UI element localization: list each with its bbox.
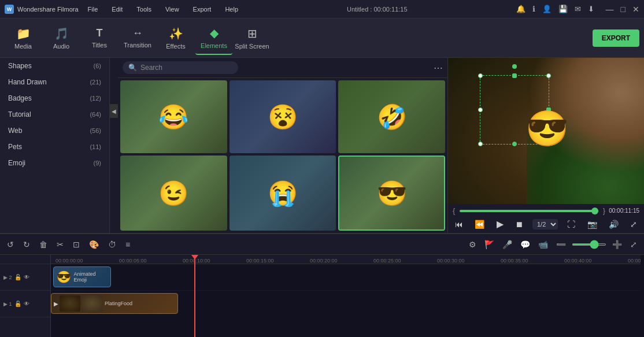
- notification-icon[interactable]: 🔔: [516, 5, 525, 13]
- sidebar-item-pets[interactable]: Pets (11): [0, 139, 109, 155]
- time-display: { } 00:00:11:15: [453, 206, 639, 215]
- menu-edit[interactable]: Edit: [112, 6, 123, 13]
- handle-tr[interactable]: [546, 73, 551, 78]
- color-button[interactable]: 🎨: [87, 239, 101, 250]
- close-button[interactable]: ✕: [632, 5, 639, 14]
- handle-ml[interactable]: [478, 108, 483, 112]
- video-clip[interactable]: ▶ PlatingFood: [51, 293, 178, 314]
- play-button[interactable]: ▶: [494, 217, 506, 231]
- audio-button[interactable]: 🔊: [606, 219, 621, 230]
- speed-button[interactable]: ⏱: [106, 239, 119, 250]
- download-icon[interactable]: ⬇: [588, 5, 594, 13]
- info-icon[interactable]: ℹ: [532, 5, 535, 13]
- progress-fill: [460, 210, 598, 212]
- progress-handle[interactable]: [591, 208, 598, 214]
- media-card-5[interactable]: 😭 Animated Emoji Pack Ele...: [230, 155, 336, 231]
- zoom-out-button[interactable]: ➖: [554, 239, 568, 250]
- ruler-mark-2: 00:00:10:00: [183, 258, 210, 264]
- fullscreen-button[interactable]: ⛶: [565, 219, 578, 230]
- grid-toggle-button[interactable]: ⋯: [434, 62, 443, 73]
- audio-sync-button[interactable]: ≡: [123, 239, 132, 250]
- sidebar-shapes-label: Shapes: [8, 62, 32, 70]
- emoji-clip[interactable]: 😎 Animated Emoji: [53, 266, 111, 287]
- sidebar-item-handdrawn[interactable]: Hand Drawn (21): [0, 74, 109, 90]
- handle-bl[interactable]: [478, 142, 483, 146]
- undo-button[interactable]: ↺: [5, 239, 16, 250]
- tab-splitscreen[interactable]: ⊞ Split Screen: [234, 21, 271, 55]
- tl-video-btn[interactable]: 📹: [536, 239, 550, 250]
- tl-subtitle-button[interactable]: 💬: [518, 239, 532, 250]
- zoom-in-button[interactable]: ➕: [610, 239, 624, 250]
- handle-tl[interactable]: [478, 73, 483, 78]
- tab-media[interactable]: 📁 Media: [5, 21, 42, 55]
- delete-button[interactable]: 🗑: [37, 239, 50, 250]
- menu-file[interactable]: File: [88, 6, 98, 13]
- sidebar-collapse-button[interactable]: ◀: [109, 104, 119, 118]
- redo-button[interactable]: ↻: [21, 239, 32, 250]
- tl-mic-button[interactable]: 🎤: [500, 239, 515, 250]
- media-card-6[interactable]: 😎 Animated Emoji Pack Ele...: [338, 155, 445, 231]
- track-v2-lock[interactable]: 🔓: [14, 274, 21, 280]
- mail-icon[interactable]: ✉: [575, 5, 581, 13]
- stop-button[interactable]: ⏹: [513, 219, 525, 230]
- menu-help[interactable]: Help: [225, 6, 238, 13]
- tab-effects-label: Effects: [166, 43, 185, 50]
- timeline: ↺ ↻ 🗑 ✂ ⊡ 🎨 ⏱ ≡ ⚙ 🚩 🎤 💬 📹 ➖ ➕ ⤢: [0, 233, 644, 337]
- tab-effects[interactable]: ✨ Effects: [157, 21, 194, 55]
- tl-expand-button[interactable]: ⤢: [628, 239, 639, 250]
- ruler-mark-5: 00:00:25:00: [373, 258, 401, 264]
- search-input[interactable]: [140, 64, 221, 72]
- playhead[interactable]: [194, 255, 195, 337]
- rotate-handle[interactable]: [512, 64, 517, 69]
- tab-audio[interactable]: 🎵 Audio: [43, 21, 80, 55]
- speed-select[interactable]: 1/2 1/1 2x: [532, 219, 558, 229]
- media-card-3[interactable]: 🤣 Animated Emoji Pack Ele...: [338, 80, 445, 153]
- ruler-mark-9: 00:00:45:00: [628, 258, 641, 264]
- tl-settings-button[interactable]: ⚙: [467, 239, 479, 250]
- media-card-1[interactable]: 😂 Animated Emoji Pack Ele...: [120, 80, 227, 153]
- minimize-button[interactable]: —: [606, 5, 614, 14]
- progress-bar[interactable]: [460, 210, 598, 212]
- time-bracket-end[interactable]: }: [603, 206, 605, 215]
- skip-back-button[interactable]: ⏮: [453, 219, 465, 230]
- tl-flag-button[interactable]: 🚩: [482, 239, 497, 250]
- sidebar-item-emoji[interactable]: Emoji (9): [0, 155, 109, 171]
- track-v1-content: ▶ PlatingFood: [51, 291, 641, 317]
- cut-button[interactable]: ✂: [54, 239, 66, 250]
- export-button[interactable]: EXPORT: [593, 29, 639, 47]
- track-v1-eye[interactable]: 👁: [24, 301, 29, 307]
- track-v2-eye[interactable]: 👁: [24, 274, 29, 280]
- tab-transition-label: Transition: [124, 42, 151, 49]
- elements-icon: ◆: [210, 26, 219, 40]
- media-card-2[interactable]: 😵 Animated Emoji Pack Ele...: [230, 80, 336, 153]
- sidebar-item-tutorial[interactable]: Tutorial (64): [0, 106, 109, 123]
- tab-titles[interactable]: T Titles: [81, 21, 118, 55]
- account-icon[interactable]: 👤: [542, 5, 552, 13]
- menu-view[interactable]: View: [165, 6, 179, 13]
- fit-button[interactable]: ⤢: [628, 219, 639, 230]
- time-ruler: 00:00:00:00 00:00:05:00 00:00:10:00 00:0…: [51, 255, 641, 264]
- menu-export[interactable]: Export: [193, 6, 212, 13]
- media-card-thumb-6: 😎: [339, 157, 444, 229]
- zoom-slider[interactable]: [572, 243, 606, 246]
- menu-tools[interactable]: Tools: [136, 6, 151, 13]
- snapshot-button[interactable]: 📷: [585, 219, 599, 230]
- track-v1-lock[interactable]: 🔓: [14, 301, 21, 307]
- tab-transition[interactable]: ↔ Transition: [119, 21, 156, 55]
- tab-elements[interactable]: ◆ Elements: [195, 21, 232, 55]
- sidebar-item-web[interactable]: Web (56): [0, 123, 109, 139]
- media-card-4[interactable]: 😉 Animated Emoji Pack Ele...: [120, 155, 227, 231]
- sidebar-item-shapes[interactable]: Shapes (6): [0, 58, 109, 74]
- effects-icon: ✨: [169, 27, 183, 40]
- video-thumb-1: [60, 295, 80, 312]
- sidebar-item-badges[interactable]: Badges (12): [0, 90, 109, 106]
- maximize-button[interactable]: □: [621, 5, 626, 14]
- save-icon[interactable]: 💾: [558, 5, 568, 13]
- selection-box[interactable]: 😎: [480, 75, 549, 145]
- time-bracket-start[interactable]: {: [453, 206, 455, 215]
- step-back-button[interactable]: ⏪: [472, 219, 487, 230]
- track-v1-number: ▶ 1: [3, 301, 12, 307]
- crop-button[interactable]: ⊡: [71, 239, 82, 250]
- handle-tm[interactable]: [512, 73, 517, 78]
- timeline-body: ▶ 2 🔓 👁 ▶ 1 🔓 👁 00:00:00:00 00:00:05:00 …: [0, 255, 644, 337]
